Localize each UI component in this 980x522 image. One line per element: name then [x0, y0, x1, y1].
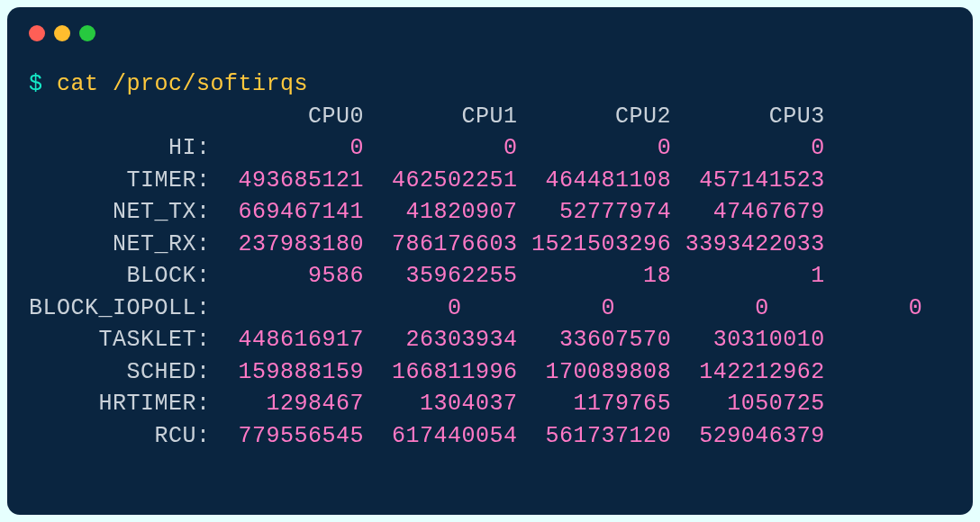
terminal-content: $ cat /proc/softirqs CPU0 CPU1 CPU2 CPU3…: [29, 68, 951, 452]
row-label: TIMER:: [29, 167, 211, 194]
row-label: TASKLET:: [29, 327, 211, 353]
row-values: 9586 35962255 18 1: [211, 263, 825, 289]
row-values: 237983180 786176603 1521503296 339342203…: [211, 231, 825, 257]
window-controls: [29, 25, 951, 41]
minimize-icon[interactable]: [54, 25, 70, 41]
row-values: 779556545 617440054 561737120 529046379: [211, 423, 825, 449]
close-icon[interactable]: [29, 25, 45, 41]
row-label: HRTIMER:: [29, 391, 211, 417]
maximize-icon[interactable]: [79, 25, 95, 41]
row-label: NET_TX:: [29, 199, 211, 225]
row-values: 448616917 26303934 33607570 30310010: [211, 327, 825, 353]
terminal-window: $ cat /proc/softirqs CPU0 CPU1 CPU2 CPU3…: [7, 7, 973, 515]
row-label: NET_RX:: [29, 231, 211, 257]
row-values: 0 0 0 0: [211, 135, 825, 161]
row-label: SCHED:: [29, 359, 211, 385]
row-values: 493685121 462502251 464481108 457141523: [211, 167, 825, 194]
row-values: 159888159 166811996 170089808 142212962: [211, 359, 825, 385]
row-label: BLOCK:: [29, 263, 211, 289]
row-label: HI:: [29, 135, 211, 161]
row-values: 0 0 0 0: [211, 295, 923, 321]
command-text: cat /proc/softirqs: [57, 71, 308, 97]
row-label: RCU:: [29, 423, 211, 449]
prompt-symbol: $: [29, 71, 43, 97]
row-values: 1298467 1304037 1179765 1050725: [211, 391, 825, 417]
row-values: 669467141 41820907 52777974 47467679: [211, 199, 825, 225]
header-row: CPU0 CPU1 CPU2 CPU3: [29, 104, 825, 130]
row-label: BLOCK_IOPOLL:: [29, 295, 211, 321]
